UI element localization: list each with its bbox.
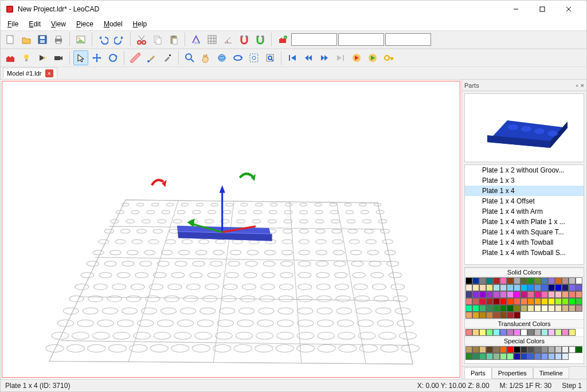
color-swatch[interactable] [541, 277, 548, 284]
color-swatch[interactable] [479, 291, 486, 298]
color-swatch[interactable] [493, 277, 500, 284]
color-swatch[interactable] [493, 291, 500, 298]
transform-xyz-button[interactable]: XYZ [189, 32, 204, 47]
list-item[interactable]: Plate 1 x 3 [465, 175, 584, 186]
color-swatch[interactable] [569, 305, 576, 312]
color-swatch[interactable] [569, 277, 576, 284]
color-swatch[interactable] [514, 329, 521, 336]
color-swatch[interactable] [465, 305, 472, 312]
color-swatch[interactable] [534, 277, 541, 284]
color-swatch[interactable] [507, 353, 514, 360]
color-swatch[interactable] [486, 277, 493, 284]
zoom-extents-button[interactable] [263, 50, 277, 65]
list-item[interactable]: Plate 1 x 4 with Towball S... [465, 248, 584, 258]
magnet-green-button[interactable] [253, 32, 268, 47]
color-swatch[interactable] [514, 284, 521, 291]
light-tool-button[interactable] [19, 50, 34, 65]
color-swatch[interactable] [562, 298, 569, 305]
color-swatch[interactable] [493, 298, 500, 305]
color-swatch[interactable] [527, 353, 534, 360]
color-swatch[interactable] [486, 284, 493, 291]
color-swatch[interactable] [541, 346, 548, 353]
color-swatch[interactable] [507, 312, 514, 319]
tab-parts[interactable]: Parts [464, 367, 492, 379]
color-swatch[interactable] [548, 277, 555, 284]
color-swatch[interactable] [514, 291, 521, 298]
roll-tool-button[interactable] [230, 50, 245, 65]
cut-button[interactable] [134, 32, 149, 47]
color-swatch[interactable] [465, 291, 472, 298]
paint-tool-button[interactable] [144, 50, 159, 65]
color-swatch[interactable] [486, 353, 493, 360]
panel-float-icon[interactable]: ▫ [576, 82, 578, 89]
menu-piece[interactable]: Piece [72, 19, 98, 29]
color-swatch[interactable] [569, 346, 576, 353]
new-file-button[interactable] [3, 32, 18, 47]
color-swatch[interactable] [486, 312, 493, 319]
color-swatch[interactable] [521, 346, 527, 353]
color-swatch[interactable] [493, 353, 500, 360]
color-swatch[interactable] [465, 284, 472, 291]
color-swatch[interactable] [493, 329, 500, 336]
color-swatch[interactable] [541, 353, 548, 360]
color-swatch[interactable] [521, 305, 527, 312]
color-swatch[interactable] [507, 277, 514, 284]
color-swatch[interactable] [472, 291, 479, 298]
color-swatch[interactable] [507, 291, 514, 298]
color-swatch[interactable] [479, 284, 486, 291]
color-swatch[interactable] [493, 284, 500, 291]
eyedropper-tool-button[interactable] [160, 50, 175, 65]
prev-step-button[interactable] [301, 50, 316, 65]
color-swatch[interactable] [562, 346, 569, 353]
color-swatch[interactable] [521, 284, 527, 291]
zoom-tool-button[interactable] [182, 50, 197, 65]
spotlight-tool-button[interactable] [35, 50, 50, 65]
brick-tool-button[interactable] [3, 50, 18, 65]
color-swatch[interactable] [500, 305, 507, 312]
color-swatch[interactable] [521, 277, 527, 284]
color-swatch[interactable] [479, 277, 486, 284]
color-swatch[interactable] [562, 277, 569, 284]
color-swatch[interactable] [514, 277, 521, 284]
color-swatch[interactable] [507, 305, 514, 312]
color-swatch[interactable] [465, 353, 472, 360]
color-swatch[interactable] [493, 305, 500, 312]
move-tool-button[interactable] [89, 50, 104, 65]
color-swatch[interactable] [514, 312, 521, 319]
color-swatch[interactable] [527, 298, 534, 305]
color-swatch[interactable] [500, 298, 507, 305]
paste-button[interactable] [166, 32, 181, 47]
list-item[interactable]: Plate 1 x 4 with Plate 1 x ... [465, 217, 584, 227]
menu-edit[interactable]: Edit [24, 19, 45, 29]
color-swatch[interactable] [500, 277, 507, 284]
color-swatch[interactable] [562, 291, 569, 298]
panel-close-icon[interactable]: × [581, 82, 584, 89]
pan-tool-button[interactable] [198, 50, 213, 65]
last-step-button[interactable] [333, 50, 348, 65]
image-button[interactable] [73, 32, 88, 47]
color-swatch[interactable] [569, 298, 576, 305]
color-swatch[interactable] [472, 298, 479, 305]
color-swatch[interactable] [555, 298, 562, 305]
menu-file[interactable]: File [3, 19, 23, 29]
color-swatch[interactable] [548, 305, 555, 312]
color-swatch[interactable] [562, 284, 569, 291]
color-swatch[interactable] [548, 298, 555, 305]
color-swatch[interactable] [493, 346, 500, 353]
magnet-red-button[interactable] [237, 32, 252, 47]
color-swatch[interactable] [555, 291, 562, 298]
color-swatch[interactable] [465, 298, 472, 305]
color-swatch[interactable] [534, 284, 541, 291]
color-swatch[interactable] [500, 284, 507, 291]
color-swatch[interactable] [562, 305, 569, 312]
camera-tool-button[interactable] [51, 50, 66, 65]
color-swatch[interactable] [500, 346, 507, 353]
color-swatch[interactable] [479, 305, 486, 312]
color-swatch[interactable] [541, 298, 548, 305]
insert-button[interactable]: + [275, 32, 290, 47]
color-swatch[interactable] [534, 305, 541, 312]
color-swatch[interactable] [548, 284, 555, 291]
delete-tool-button[interactable] [128, 50, 143, 65]
color-swatch[interactable] [500, 291, 507, 298]
transform-x-input[interactable] [291, 33, 337, 46]
